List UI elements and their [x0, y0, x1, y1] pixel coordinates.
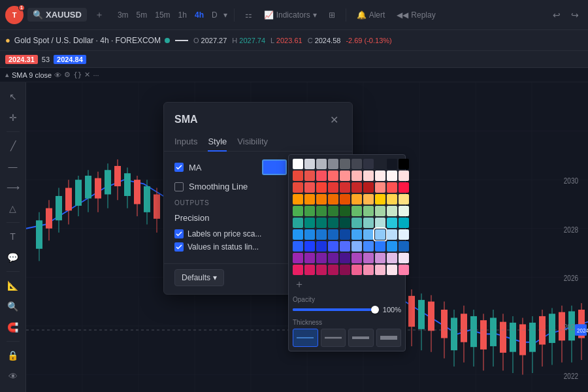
palette-color-98[interactable]: [387, 265, 397, 275]
palette-color-13[interactable]: [328, 171, 338, 181]
tf-dropdown[interactable]: ▾: [223, 10, 227, 20]
palette-color-34[interactable]: [340, 194, 350, 204]
palette-color-92[interactable]: [316, 265, 327, 275]
color-palette[interactable]: ＋ Opacity 10: [288, 154, 406, 351]
opacity-thumb[interactable]: [371, 306, 379, 314]
palette-color-57[interactable]: [375, 218, 385, 228]
palette-color-27[interactable]: [375, 182, 385, 193]
palette-color-94[interactable]: [340, 265, 350, 275]
palette-color-80[interactable]: [293, 253, 303, 263]
palette-color-31[interactable]: [304, 194, 315, 204]
palette-color-19[interactable]: [399, 171, 409, 181]
palette-add-button[interactable]: ＋: [293, 278, 306, 291]
palette-color-1[interactable]: [304, 159, 315, 169]
palette-color-97[interactable]: [375, 265, 385, 275]
tab-inputs[interactable]: Inputs: [174, 133, 197, 152]
sma-settings-icon[interactable]: ⚙: [64, 71, 71, 79]
dialog-close-button[interactable]: ✕: [326, 112, 342, 127]
palette-color-70[interactable]: [293, 241, 303, 252]
zoom-tool[interactable]: 🔍: [4, 297, 22, 316]
palette-color-3[interactable]: [328, 159, 338, 169]
palette-color-89[interactable]: [399, 253, 409, 263]
collapse-icon[interactable]: ▴: [5, 71, 9, 79]
chart-type-button[interactable]: ⚏: [241, 8, 256, 22]
palette-color-51[interactable]: [304, 218, 315, 228]
smoothing-checkbox[interactable]: [174, 182, 184, 191]
palette-color-95[interactable]: [351, 265, 362, 275]
palette-color-77[interactable]: [375, 241, 385, 252]
palette-color-9[interactable]: [399, 159, 409, 169]
palette-color-65[interactable]: [351, 229, 362, 240]
palette-color-18[interactable]: [387, 171, 397, 181]
add-symbol-button[interactable]: ＋: [91, 7, 108, 24]
undo-button[interactable]: ↩: [549, 7, 564, 23]
palette-color-46[interactable]: [363, 206, 374, 216]
replay-button[interactable]: ◀◀ Replay: [393, 8, 439, 22]
alert-button[interactable]: 🔔 Alert: [353, 8, 389, 22]
palette-color-28[interactable]: [387, 182, 397, 193]
tf-5m[interactable]: 5m: [133, 9, 151, 21]
palette-color-53[interactable]: [328, 218, 338, 228]
palette-color-64[interactable]: [340, 229, 350, 240]
palette-color-8[interactable]: [387, 159, 397, 169]
palette-color-47[interactable]: [375, 206, 385, 216]
palette-color-96[interactable]: [363, 265, 374, 275]
palette-color-86[interactable]: [363, 253, 374, 263]
tab-visibility[interactable]: Visibility: [237, 133, 268, 152]
palette-color-23[interactable]: [328, 182, 338, 193]
palette-color-15[interactable]: [351, 171, 362, 181]
sma-code-icon[interactable]: {}: [73, 71, 82, 79]
palette-color-42[interactable]: [316, 206, 327, 216]
tf-1h[interactable]: 1h: [175, 9, 190, 21]
palette-color-63[interactable]: [328, 229, 338, 240]
palette-color-79[interactable]: [399, 241, 409, 252]
palette-color-73[interactable]: [328, 241, 338, 252]
horizontal-tool[interactable]: —: [4, 157, 22, 176]
palette-color-81[interactable]: [304, 253, 315, 263]
lock-tool[interactable]: 🔒: [4, 346, 22, 365]
palette-color-4[interactable]: [340, 159, 350, 169]
layout-button[interactable]: ⊞: [325, 8, 339, 22]
opacity-slider[interactable]: [293, 308, 375, 311]
indicators-button[interactable]: 📈 Indicators ▾: [260, 8, 321, 22]
palette-color-16[interactable]: [363, 171, 374, 181]
palette-color-93[interactable]: [328, 265, 338, 275]
palette-color-88[interactable]: [387, 253, 397, 263]
palette-color-56[interactable]: [363, 218, 374, 228]
delete-tool[interactable]: 🗑: [4, 388, 22, 392]
palette-color-83[interactable]: [328, 253, 338, 263]
symbol-selector[interactable]: 🔍 XAUUSD: [27, 8, 87, 22]
palette-color-25[interactable]: [351, 182, 362, 193]
palette-color-5[interactable]: [351, 159, 362, 169]
palette-color-76[interactable]: [363, 241, 374, 252]
palette-color-26[interactable]: [363, 182, 374, 193]
thickness-thin[interactable]: [293, 329, 318, 347]
palette-color-61[interactable]: [304, 229, 315, 240]
shape-tool[interactable]: △: [4, 199, 22, 218]
palette-color-69[interactable]: [399, 229, 409, 240]
palette-color-35[interactable]: [351, 194, 362, 204]
palette-color-24[interactable]: [340, 182, 350, 193]
palette-color-20[interactable]: [293, 182, 303, 193]
palette-color-59[interactable]: [399, 218, 409, 228]
thickness-thick[interactable]: [348, 329, 374, 347]
palette-color-60[interactable]: [293, 229, 303, 240]
palette-color-12[interactable]: [316, 171, 327, 181]
ma-color-swatch[interactable]: [262, 159, 287, 175]
palette-color-66[interactable]: [363, 229, 374, 240]
tf-15m[interactable]: 15m: [152, 9, 173, 21]
palette-color-71[interactable]: [304, 241, 315, 252]
ray-tool[interactable]: ⟶: [4, 178, 22, 197]
trendline-tool[interactable]: ╱: [4, 137, 22, 155]
palette-color-40[interactable]: [293, 206, 303, 216]
magnet-tool[interactable]: 🧲: [4, 318, 22, 336]
palette-color-54[interactable]: [340, 218, 350, 228]
measure-tool[interactable]: 📐: [4, 276, 22, 295]
palette-color-38[interactable]: [387, 194, 397, 204]
palette-color-21[interactable]: [304, 182, 315, 193]
thickness-medium[interactable]: [321, 329, 346, 347]
palette-color-68[interactable]: [387, 229, 397, 240]
palette-color-11[interactable]: [304, 171, 315, 181]
palette-color-14[interactable]: [340, 171, 350, 181]
thickness-thickest[interactable]: [376, 329, 402, 347]
